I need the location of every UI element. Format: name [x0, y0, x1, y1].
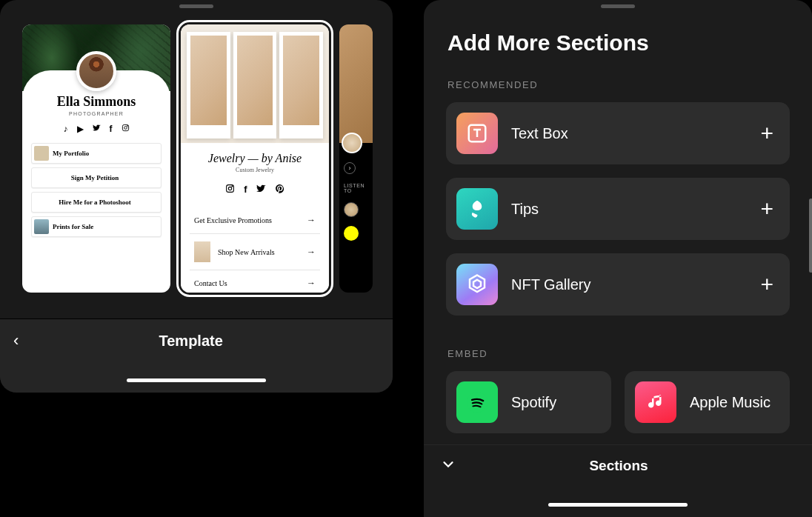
- sections-panel: Add More Sections RECOMMENDED Text Box +…: [424, 0, 812, 517]
- svg-point-1: [124, 127, 127, 130]
- template-card-peek[interactable]: › LISTEN TO: [339, 24, 373, 293]
- profile-link: Hire Me for a Photoshoot: [31, 192, 162, 213]
- template-panel: Ella Simmons PHOTOGRAPHER ♪ ▶ f My Portf…: [0, 0, 393, 393]
- polaroid-image: [187, 32, 230, 139]
- arrow-right-icon: →: [307, 278, 316, 289]
- svg-point-4: [229, 187, 232, 190]
- template-hero: [339, 24, 373, 143]
- svg-point-5: [232, 186, 233, 187]
- plus-icon: +: [760, 198, 773, 220]
- panel-title: Sections: [442, 458, 796, 474]
- profile-link: Get Exclusive Promotions→: [190, 207, 320, 234]
- spotify-icon: [456, 381, 498, 423]
- section-option-apple-music[interactable]: Apple Music: [625, 371, 790, 433]
- profile-subtitle: PHOTOGRAPHER: [28, 111, 164, 116]
- profile-link: Contact Us→: [190, 270, 320, 293]
- home-indicator[interactable]: [127, 378, 266, 382]
- instagram-icon: [225, 184, 235, 196]
- plus-icon: +: [760, 273, 773, 296]
- avatar: [76, 51, 116, 91]
- template-card-jewelry[interactable]: Jewelry — by Anise Custom Jewelry f Get …: [181, 24, 329, 293]
- twitter-icon: [93, 124, 101, 134]
- tiktok-icon: ♪: [64, 124, 68, 134]
- section-option-spotify[interactable]: Spotify: [446, 371, 611, 433]
- pinterest-icon: [275, 184, 284, 196]
- section-option-tips[interactable]: Tips +: [446, 178, 790, 240]
- panel-title: Template: [2, 333, 379, 350]
- playlist-thumb: [344, 202, 359, 217]
- section-option-label: Apple Music: [690, 394, 779, 411]
- profile-subtitle: Custom Jewelry: [190, 167, 320, 173]
- twitter-icon: [256, 184, 266, 196]
- tips-icon: [456, 188, 498, 230]
- drag-handle[interactable]: [601, 4, 635, 8]
- profile-name: Jewelry — by Anise: [190, 152, 320, 165]
- section-header-embed: EMBED: [447, 348, 812, 359]
- arrow-right-icon: →: [307, 215, 316, 226]
- panel-title: Add More Sections: [447, 30, 812, 56]
- section-option-nft[interactable]: NFT Gallery +: [446, 253, 790, 316]
- apple-music-icon: [635, 381, 676, 423]
- polaroid-image: [279, 32, 323, 139]
- section-option-label: Tips: [511, 201, 760, 218]
- section-label: LISTEN TO: [344, 183, 368, 193]
- youtube-icon: ▶: [77, 124, 84, 134]
- textbox-icon: [456, 113, 498, 154]
- home-indicator[interactable]: [548, 503, 688, 507]
- section-header-recommended: RECOMMENDED: [447, 79, 812, 90]
- profile-link: Sign My Petition: [31, 167, 162, 188]
- scrollbar[interactable]: [809, 199, 812, 273]
- social-row: f: [190, 184, 320, 196]
- profile-link: Prints for Sale: [31, 216, 162, 237]
- link-thumbnail: [194, 241, 210, 262]
- profile-link: Shop New Arrivals→: [190, 234, 320, 270]
- nft-icon: [456, 264, 498, 305]
- section-option-textbox[interactable]: Text Box +: [446, 102, 790, 164]
- section-option-label: Text Box: [511, 125, 760, 142]
- template-bottom-bar: ‹ Template: [0, 318, 393, 393]
- profile-link: My Portfolio: [31, 143, 162, 164]
- facebook-icon: f: [110, 124, 113, 134]
- plus-icon: +: [760, 122, 773, 144]
- sections-bottom-bar: Sections: [424, 444, 812, 517]
- facebook-icon: f: [244, 184, 247, 196]
- svg-point-2: [127, 126, 127, 127]
- arrow-right-icon: ›: [344, 162, 356, 174]
- template-hero: [181, 24, 329, 143]
- polaroid-image: [233, 32, 277, 139]
- section-option-label: Spotify: [511, 394, 601, 411]
- profile-name: Ella Simmons: [28, 94, 164, 110]
- template-card-ella[interactable]: Ella Simmons PHOTOGRAPHER ♪ ▶ f My Portf…: [22, 24, 170, 293]
- social-row: ♪ ▶ f: [28, 124, 164, 134]
- instagram-icon: [122, 124, 130, 134]
- section-option-label: NFT Gallery: [511, 276, 760, 293]
- snapchat-icon: [344, 226, 359, 241]
- avatar: [342, 133, 362, 153]
- arrow-right-icon: →: [307, 247, 316, 258]
